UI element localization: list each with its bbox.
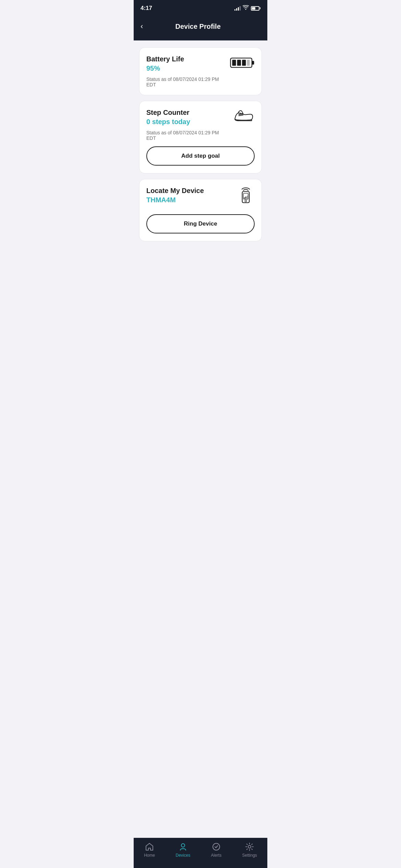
battery-card-status: Status as of 08/07/2024 01:29 PM EDT [146, 76, 224, 87]
battery-icon [230, 55, 255, 72]
content: Battery Life 95% Status as of 08/07/2024… [134, 40, 267, 276]
battery-life-card: Battery Life 95% Status as of 08/07/2024… [139, 47, 262, 95]
step-card-value: 0 steps today [146, 118, 227, 126]
step-counter-card: Step Counter 0 steps today Status as of … [139, 101, 262, 173]
status-time: 4:17 [141, 5, 152, 12]
header: ‹ Device Profile [134, 15, 267, 40]
svg-rect-1 [252, 61, 254, 64]
battery-card-value: 95% [146, 64, 224, 72]
locate-device-icon [237, 187, 255, 209]
status-icons [234, 5, 260, 11]
status-bar: 4:17 [134, 0, 267, 15]
locate-card-value: THMA4M [146, 196, 231, 204]
locate-device-card: Locate My Device THMA4M [139, 179, 262, 241]
svg-rect-9 [245, 196, 246, 198]
ring-device-button[interactable]: Ring Device [146, 214, 255, 233]
page-title: Device Profile [146, 23, 250, 31]
svg-rect-2 [232, 60, 236, 66]
svg-rect-3 [237, 60, 241, 66]
locate-card-title: Locate My Device [146, 187, 231, 195]
step-card-status: Status as of 08/07/2024 01:29 PM EDT [146, 130, 227, 141]
svg-rect-4 [242, 60, 246, 66]
svg-rect-8 [244, 197, 245, 198]
wifi-icon [243, 5, 249, 11]
battery-card-title: Battery Life [146, 55, 224, 63]
step-card-title: Step Counter [146, 109, 227, 117]
svg-rect-10 [247, 196, 248, 199]
shoe-icon [233, 109, 255, 125]
back-button[interactable]: ‹ [141, 21, 146, 32]
svg-point-11 [245, 200, 246, 202]
svg-rect-5 [247, 60, 250, 66]
add-step-goal-button[interactable]: Add step goal [146, 146, 255, 166]
signal-icon [234, 6, 241, 11]
battery-status-icon [251, 6, 260, 11]
